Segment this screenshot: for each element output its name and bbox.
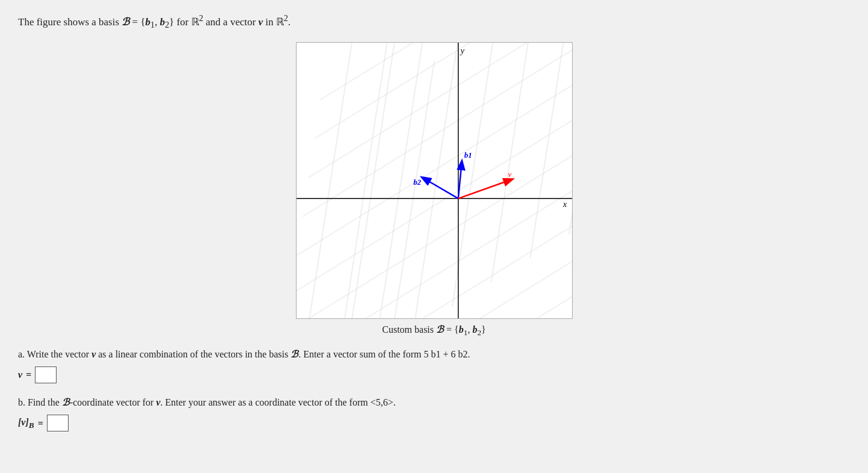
part-b-section: b. Find the ℬ-coordinate vector for v. E…: [18, 394, 850, 433]
part-b-answer-row: [v]B =: [18, 414, 850, 433]
b2-label: b2: [413, 178, 421, 187]
svg-rect-0: [297, 43, 572, 318]
part-a-input[interactable]: [35, 366, 57, 383]
intro-text-before: The figure shows a basis: [18, 16, 122, 28]
figure-box: y x: [296, 42, 573, 319]
basis-symbol: ℬ: [122, 16, 129, 28]
equals-a: =: [26, 366, 31, 383]
part-b-label: b. Find the ℬ-coordinate vector for v. E…: [18, 397, 396, 407]
vb-label-b: [v]B: [18, 414, 34, 433]
y-axis-label: y: [459, 46, 464, 55]
figure-caption: Custom basis ℬ = {b1, b2}: [382, 324, 486, 338]
v-label-a: v: [18, 366, 22, 383]
equals-b: =: [38, 415, 43, 431]
figure-container: y x: [18, 42, 850, 338]
v-label: v: [508, 170, 511, 179]
graph-svg: y x: [297, 43, 572, 318]
part-a-label: a. Write the vector v as a linear combin…: [18, 349, 470, 359]
b1-label: b1: [464, 150, 472, 159]
part-a-answer-row: v =: [18, 366, 850, 383]
intro-equals: = {b1, b2} for ℝ2 and a vector v in ℝ2.: [129, 16, 291, 28]
part-b-input[interactable]: [47, 415, 69, 431]
x-axis-label: x: [562, 200, 567, 209]
intro-paragraph: The figure shows a basis ℬ = {b1, b2} fo…: [18, 12, 850, 31]
part-a-section: a. Write the vector v as a linear combin…: [18, 346, 850, 383]
